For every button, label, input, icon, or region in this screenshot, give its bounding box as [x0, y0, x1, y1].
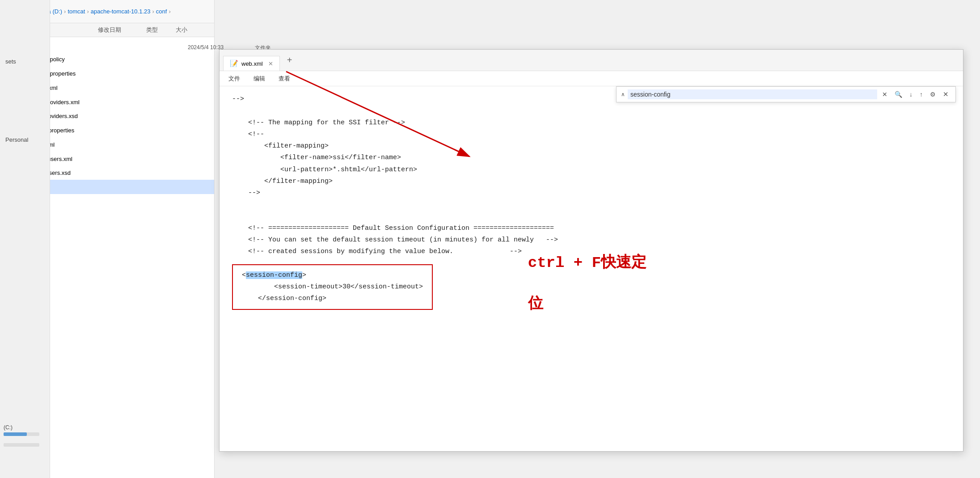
menu-view[interactable]: 查看	[276, 73, 293, 84]
breadcrumb-sep-5: ›	[169, 8, 170, 15]
session-config-line-3: </session-config>	[242, 293, 423, 305]
col-date-header[interactable]: 修改日期	[98, 26, 146, 34]
find-options-button[interactable]: ⚙	[928, 90, 938, 99]
menu-edit[interactable]: 编辑	[251, 73, 268, 84]
sidebar-item-personal[interactable]: Personal	[0, 132, 50, 148]
find-clear-button[interactable]: ✕	[880, 90, 890, 99]
notepad-tab-icon: 📝	[230, 59, 238, 68]
session-config-line-2: <session-timeout>30</session-timeout>	[242, 281, 423, 293]
notepad-tab[interactable]: 📝 web.xml ✕	[223, 56, 280, 71]
breadcrumb-part-conf[interactable]: conf	[156, 8, 167, 15]
drive-c-label: (C:)	[4, 424, 46, 431]
code-line-blank2	[232, 199, 950, 211]
breadcrumb-part-apache[interactable]: apache-tomcat-10.1.23	[91, 8, 151, 15]
breadcrumb-part-tomcat[interactable]: tomcat	[68, 8, 85, 15]
tab-add-button[interactable]: +	[282, 53, 298, 67]
notepad-titlebar: 📝 web.xml ✕ +	[220, 50, 963, 71]
notepad-tab-label: web.xml	[241, 60, 263, 67]
session-config-line-1: <session-config>	[242, 270, 423, 281]
notepad-menubar: 文件 编辑 查看	[220, 71, 963, 86]
code-line-5: <filter-mapping>	[232, 140, 950, 152]
breadcrumb-sep-3: ›	[87, 8, 89, 15]
code-line-4: <!--	[232, 129, 950, 140]
annotation-ctrl-f: ctrl + F快速定 位	[510, 233, 646, 315]
drive-c-bar	[4, 432, 39, 436]
col-size-header[interactable]: 大小	[176, 26, 198, 34]
tab-close-icon[interactable]: ✕	[268, 60, 273, 67]
drive-bar-2	[4, 443, 39, 447]
find-next-button[interactable]: ↑	[917, 90, 925, 99]
col-type-header[interactable]: 类型	[146, 26, 176, 34]
code-line-blank3	[232, 211, 950, 223]
find-chevron-icon[interactable]: ∧	[621, 91, 625, 97]
code-line-6: <filter-name>ssi</filter-name>	[232, 152, 950, 164]
code-line-9: -->	[232, 187, 950, 199]
find-bar: ∧ ✕ 🔍 ↓ ↑ ⚙ ✕	[616, 86, 956, 102]
menu-file[interactable]: 文件	[226, 73, 243, 84]
breadcrumb-sep-2: ›	[64, 8, 66, 15]
find-close-button[interactable]: ✕	[941, 89, 951, 99]
session-config-block: <session-config> <session-timeout>30</se…	[232, 264, 433, 310]
code-line-blank	[232, 105, 950, 117]
sidebar-item-sets[interactable]: sets	[0, 54, 50, 69]
breadcrumb-sep-4: ›	[152, 8, 154, 15]
find-input[interactable]	[628, 89, 877, 99]
code-line-3: <!-- The mapping for the SSI filter -->	[232, 117, 950, 129]
find-prev-button[interactable]: ↓	[907, 90, 915, 99]
code-line-8: </filter-mapping>	[232, 176, 950, 187]
file-date-label: 2024/5/4 10:33	[188, 44, 224, 51]
find-search-button[interactable]: 🔍	[892, 90, 904, 99]
code-line-7: <url-pattern>*.shtml</url-pattern>	[232, 164, 950, 176]
